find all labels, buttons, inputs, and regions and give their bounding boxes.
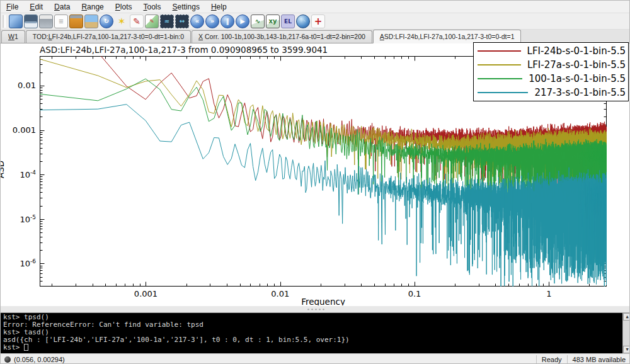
memory-status: 483 MB available xyxy=(567,355,630,364)
legend-line-sample xyxy=(478,92,528,93)
menu-plots[interactable]: Plots xyxy=(110,1,138,13)
open-icon[interactable] xyxy=(9,14,23,28)
menu-tools[interactable]: Tools xyxy=(138,1,167,13)
reload-icon[interactable]: ↻ xyxy=(100,14,113,28)
plot-view: ASD:LFI-24b,LFI-27a,100-1a,217-3 from 0.… xyxy=(1,43,630,305)
menu-help[interactable]: Help xyxy=(205,1,232,13)
console-scrollbar[interactable]: ▲ ▼ xyxy=(622,313,630,353)
y-tick-label: 0.001 xyxy=(1,125,36,135)
paste-icon[interactable] xyxy=(69,14,83,28)
back-icon[interactable]: « xyxy=(190,14,204,28)
save-icon[interactable] xyxy=(24,14,38,28)
export-image-icon[interactable] xyxy=(84,14,98,28)
advance-icon[interactable]: ▶ xyxy=(236,14,249,28)
zoom-x-icon[interactable]: ↔ xyxy=(175,14,189,28)
menu-data[interactable]: Data xyxy=(49,1,76,13)
legend-line-sample xyxy=(478,64,521,65)
forward-icon[interactable]: » xyxy=(205,14,219,28)
ready-status: Ready xyxy=(536,355,567,364)
tab-0[interactable]: W1 xyxy=(1,30,25,43)
legend-line-sample xyxy=(478,78,522,79)
edit-label-icon[interactable]: EL xyxy=(281,14,295,28)
legend-entry: 217-3-s-0-1-bin-5.5 xyxy=(476,86,626,100)
legend-entry: 100-1a-s-0-1-bin-5.5 xyxy=(476,72,626,86)
kst-window: FileEditDataRangePlotsToolsSettingsHelp … xyxy=(0,0,630,364)
scroll-up-icon[interactable]: ▲ xyxy=(623,313,630,321)
y-tick-label: 10-6 xyxy=(1,258,36,268)
legend-entry: LFI-27a-s-0-1-bin-5.5 xyxy=(476,58,626,72)
tab-bar: W1TOD:LFI-24b,LFI-27a,100-1a,217-3-t0=0-… xyxy=(1,30,630,43)
status-bar: (0.056, 0.00294) Ready 483 MB available xyxy=(1,353,630,364)
console-cursor xyxy=(24,344,28,351)
edit-plot-icon[interactable]: ✎ xyxy=(130,14,144,28)
tab-2[interactable]: X Corr. 100-1b,100-3b,143-1b,217-6a-t0=1… xyxy=(192,30,372,43)
print-icon[interactable] xyxy=(39,14,53,28)
layout-mode-icon[interactable]: ✎ xyxy=(145,14,159,28)
menu-edit[interactable]: Edit xyxy=(24,1,49,13)
console-line: asd({ch : ['LFI-24b','LFI-27a','100-1a',… xyxy=(3,336,628,344)
legend-line-sample xyxy=(478,50,521,52)
copy-icon[interactable]: ≡ xyxy=(54,14,68,28)
toolbar-grip[interactable] xyxy=(3,15,6,28)
menu-bar: FileEditDataRangePlotsToolsSettingsHelp xyxy=(1,1,630,13)
zoom-xy-icon[interactable]: ≈ xyxy=(160,14,174,28)
legend-label: 217-3-s-0-1-bin-5.5 xyxy=(534,87,626,98)
scroll-down-icon[interactable]: ▼ xyxy=(623,346,630,353)
data-mode-icon[interactable]: xy xyxy=(266,14,280,28)
console-line: Error: ReferenceError: Can't find variab… xyxy=(3,321,628,329)
tied-zoom-icon[interactable]: ∿ xyxy=(251,14,265,28)
datasource-status-icon xyxy=(4,356,11,363)
cursor-coordinates: (0.056, 0.00294) xyxy=(14,356,65,363)
pause-icon[interactable]: ‖ xyxy=(220,14,234,28)
move-icon[interactable]: + xyxy=(311,14,325,28)
toolbar: ≡↻✶✎✎≈↔«»‖▶∿xyEL◠+ xyxy=(1,13,630,30)
legend-label: LFI-24b-s-0-1-bin-5.5 xyxy=(527,45,626,57)
y-tick-label: 0.01 xyxy=(1,81,36,90)
tab-1[interactable]: TOD:LFI-24b,LFI-27a,100-1a,217-3-t0=0-dt… xyxy=(26,30,191,43)
console[interactable]: ▲ ▼ kst> tpsd()Error: ReferenceError: Ca… xyxy=(1,313,630,353)
menu-range[interactable]: Range xyxy=(76,1,109,13)
menu-file[interactable]: File xyxy=(1,1,24,13)
graphics-mode-icon[interactable]: ◠ xyxy=(296,14,310,28)
legend-entry: LFI-24b-s-0-1-bin-5.5 xyxy=(476,44,626,58)
tab-3[interactable]: ASD:LFI-24b,LFI-27a,100-1a,217-3-t0=0-dt… xyxy=(373,30,522,43)
legend-label: 100-1a-s-0-1-bin-5.5 xyxy=(529,73,626,84)
y-tick-label: 10-4 xyxy=(1,169,36,179)
plot-legend[interactable]: LFI-24b-s-0-1-bin-5.5LFI-27a-s-0-1-bin-5… xyxy=(473,42,629,101)
data-wizard-icon[interactable]: ✶ xyxy=(115,14,129,28)
menu-settings[interactable]: Settings xyxy=(167,1,205,13)
console-prompt[interactable]: kst> xyxy=(3,344,628,351)
plot-title: ASD:LFI-24b,LFI-27a,100-1a,217-3 from 0.… xyxy=(40,45,328,55)
legend-label: LFI-27a-s-0-1-bin-5.5 xyxy=(527,59,626,71)
y-tick-label: 10-5 xyxy=(1,214,36,224)
splitter-handle[interactable] xyxy=(1,305,630,313)
